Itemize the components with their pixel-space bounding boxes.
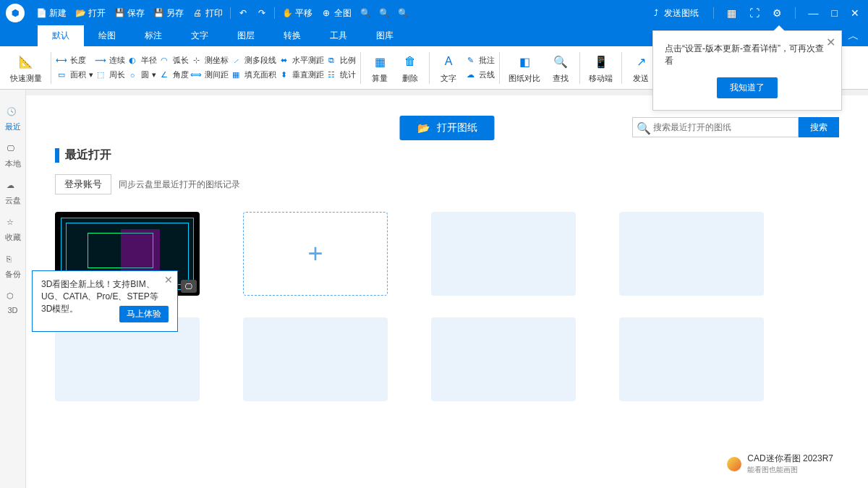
save-icon: 💾	[114, 8, 124, 18]
title-bar: ⬢ 📄新建 📂打开 💾保存 💾另存 🖨打印 ↶ ↷ ✋平移 ⊕全图 🔍 🔍 🔍 …	[0, 0, 868, 26]
tab-annotate[interactable]: 标注	[130, 25, 176, 46]
sidebar-item-recent[interactable]: 🕓最近	[5, 107, 21, 132]
close-button[interactable]: ✕	[848, 7, 862, 19]
fullscreen-icon[interactable]: ⛶	[746, 7, 762, 19]
text-icon: A	[438, 51, 459, 72]
vmeasure-button[interactable]: ⬍垂直测距	[278, 69, 324, 81]
sidebar-item-cloud[interactable]: ☁云盘	[5, 181, 21, 206]
multiseg-button[interactable]: ⟋测多段线	[230, 55, 276, 67]
arc-button[interactable]: ◠弧长	[158, 55, 189, 67]
tab-default[interactable]: 默认	[38, 25, 84, 46]
open-button[interactable]: 📂打开	[71, 7, 110, 20]
length-button[interactable]: ⟷长度	[56, 55, 93, 67]
vertical-icon: ⬍	[278, 69, 289, 81]
settings-tooltip: ✕ 点击“设置-版本更新-查看详情”，可再次查看 我知道了	[652, 30, 842, 111]
collapse-ribbon-icon[interactable]: ︿	[848, 29, 859, 44]
folder-icon: 📂	[417, 122, 430, 134]
continuous-button[interactable]: ⟿连续	[95, 55, 125, 67]
scale-button[interactable]: ⧉比例	[326, 55, 356, 67]
sidebar-item-local[interactable]: 🖵本地	[5, 144, 21, 169]
mobile-button[interactable]: 📱移动端	[584, 50, 617, 85]
quick-measure-button[interactable]: 📐 快速测量	[6, 50, 46, 85]
redo-button[interactable]: ↷	[252, 8, 271, 18]
send-drawing-button[interactable]: ⤴发送图纸	[647, 7, 703, 20]
empty-card	[619, 317, 764, 401]
text-button[interactable]: A文字	[434, 50, 463, 85]
sidebar-item-3d[interactable]: ⬡3D	[7, 291, 20, 314]
add-file-card[interactable]: +	[243, 212, 388, 296]
app-logo: ⬢	[6, 4, 25, 22]
sidebar-item-fav[interactable]: ☆收藏	[5, 218, 21, 243]
new-button[interactable]: 📄新建	[32, 7, 71, 20]
print-button[interactable]: 🖨打印	[188, 7, 227, 20]
polyline-icon: ⟋	[230, 55, 242, 67]
star-icon: ☆	[7, 218, 20, 231]
zoom-icon: ⊕	[321, 8, 331, 18]
annotate-icon: ✎	[464, 55, 476, 67]
coord-button[interactable]: ⊹测坐标	[190, 55, 229, 67]
zoomout-button[interactable]: 🔍	[375, 8, 393, 18]
cloud-storage-icon: ☁	[7, 181, 20, 194]
trash-icon: 🗑	[400, 51, 420, 72]
compare-button[interactable]: ◧图纸对比	[504, 50, 545, 85]
area-button[interactable]: ▭面积▾	[56, 69, 93, 81]
settings-icon[interactable]: ⚙	[770, 7, 785, 19]
save-button[interactable]: 💾保存	[110, 7, 149, 20]
zoomin-icon: 🔍	[360, 8, 370, 18]
hmeasure-button[interactable]: ⬌水平测距	[278, 55, 324, 67]
find-button[interactable]: 🔍查找	[546, 50, 575, 85]
radius-icon: ◐	[127, 55, 138, 67]
undo-icon: ↶	[238, 8, 248, 18]
delete-button[interactable]: 🗑删除	[396, 50, 425, 85]
hand-icon: ✋	[282, 8, 292, 18]
tab-convert[interactable]: 转换	[269, 25, 315, 46]
preview-icon[interactable]: 🖵	[181, 280, 197, 293]
undo-button[interactable]: ↶	[234, 8, 252, 18]
share-icon: ⤴	[651, 8, 661, 18]
popup-close-icon[interactable]: ✕	[164, 274, 173, 286]
send-button[interactable]: ↗发送	[626, 50, 655, 85]
tab-layer[interactable]: 图层	[223, 25, 269, 46]
radius-button[interactable]: ◐半径	[127, 55, 157, 67]
angle-button[interactable]: ∠角度	[158, 69, 189, 81]
length-icon: ⟷	[56, 55, 67, 67]
library-icon[interactable]: ▦	[724, 7, 739, 19]
folder-open-icon: 📂	[75, 8, 85, 18]
plus-icon: +	[307, 239, 323, 269]
saveas-button[interactable]: 💾另存	[149, 7, 188, 20]
fillarea-button[interactable]: ▦填充面积	[230, 69, 276, 81]
search-input[interactable]	[632, 117, 799, 137]
stats-icon: ☷	[326, 69, 337, 81]
zoomfit-button[interactable]: 🔍	[393, 8, 412, 18]
recent-section-title: 最近打开	[55, 147, 839, 163]
pan-button[interactable]: ✋平移	[278, 7, 317, 20]
brand-footer: CAD迷你看图 2023R7 能看图也能画图	[727, 453, 833, 475]
open-drawing-button[interactable]: 📂 打开图纸	[400, 116, 495, 140]
distance-button[interactable]: ⟺测间距	[190, 69, 229, 81]
maximize-button[interactable]: □	[829, 7, 841, 19]
tab-draw[interactable]: 绘图	[84, 25, 130, 46]
compute-button[interactable]: ▦算量	[365, 50, 394, 85]
tooltip-ok-button[interactable]: 我知道了	[717, 77, 778, 98]
perimeter-button[interactable]: ⬚周长	[95, 69, 125, 81]
login-button[interactable]: 登录账号	[55, 174, 111, 194]
popup-3d-try-button[interactable]: 马上体验	[119, 306, 169, 322]
circle-button[interactable]: ○圆▾	[127, 69, 157, 81]
minimize-button[interactable]: —	[806, 7, 822, 19]
cloud-icon: ☁	[464, 69, 476, 81]
tab-tools[interactable]: 工具	[315, 25, 362, 46]
tab-gallery[interactable]: 图库	[362, 25, 408, 46]
circle-icon: ○	[127, 69, 138, 81]
sidebar-item-backup[interactable]: ⎘备份	[5, 254, 21, 280]
cloud-line-button[interactable]: ☁云线	[464, 69, 495, 81]
search-button[interactable]: 搜索	[799, 117, 839, 137]
zoomin-button[interactable]: 🔍	[356, 8, 375, 18]
batch-annotate-button[interactable]: ✎批注	[464, 55, 495, 67]
brand-logo-icon	[727, 457, 741, 471]
stats-button[interactable]: ☷统计	[326, 69, 356, 81]
tab-text[interactable]: 文字	[176, 25, 223, 46]
search-container: 🔍 搜索	[632, 117, 839, 137]
zoom-button[interactable]: ⊕全图	[317, 7, 356, 20]
fill-icon: ▦	[230, 69, 242, 81]
tooltip-close-icon[interactable]: ✕	[826, 35, 835, 49]
